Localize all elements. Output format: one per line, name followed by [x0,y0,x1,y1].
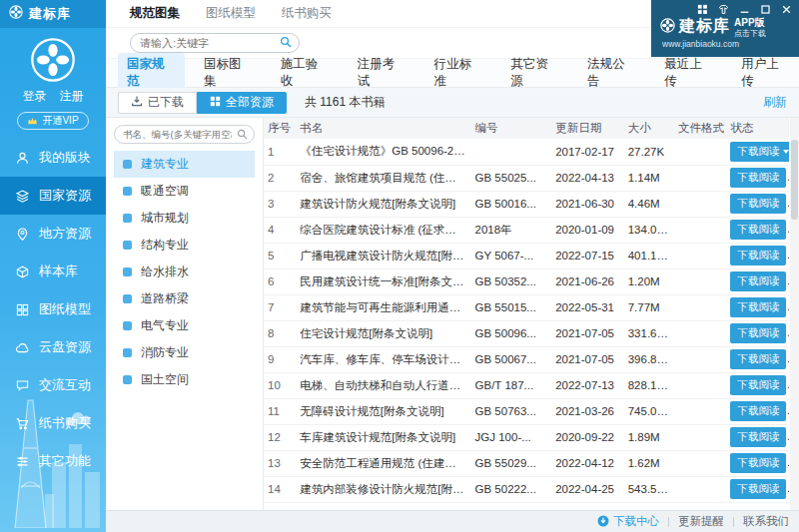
close-icon[interactable] [780,3,792,15]
promo-download-link[interactable]: 点击下载 [734,29,766,38]
skin-icon[interactable] [717,3,729,15]
download-read-button[interactable]: 下载阅读 [730,142,789,162]
status-cell: 下载阅读 [726,450,789,476]
download-read-button[interactable]: 下载阅读 [730,453,786,473]
login-link[interactable]: 登录 [23,88,47,105]
download-read-button[interactable]: 下载阅读 [730,246,786,266]
grid-icon [210,96,221,110]
download-read-button[interactable]: 下载阅读 [730,271,786,291]
filter-search-input[interactable] [121,128,234,141]
table-row[interactable]: 11无障碍设计规范[附条文说明]GB 50763...2021-03-26745… [264,398,789,424]
table-row[interactable]: 7建筑节能与可再生能源利用通用规范[附条文说明]GB 55015...2022-… [264,294,789,320]
category-fire-protection[interactable]: 消防专业 [114,339,255,366]
sidebar-item-local-resources[interactable]: 地方资源 [0,215,106,253]
nav-tab-national-atlas[interactable]: 国标图集 [195,53,262,93]
category-electrical[interactable]: 电气专业 [114,312,255,339]
category-land-space[interactable]: 国土空间 [114,366,255,393]
nav-tab-industry-standards[interactable]: 行业标准 [425,53,492,93]
table-row[interactable]: 3建筑设计防火规范[附条文说明]GB 50016...2021-06-304.4… [264,191,789,217]
table-row[interactable]: 10电梯、自动扶梯和自动人行道维修规范GB/T 187...2022-07-13… [264,372,789,398]
nav-tab-national-standards[interactable]: 国家规范 [118,53,185,93]
file-format [674,268,726,294]
promo-url: www.jianbiaoku.com [658,39,792,49]
category-water-supply[interactable]: 给水排水 [114,259,255,285]
downloaded-button[interactable]: 已下载 [118,92,197,114]
header-tab-standards-atlas[interactable]: 规范图集 [130,5,180,22]
filter-search-icon[interactable] [237,126,248,144]
keyword-search[interactable] [130,33,300,53]
download-read-label: 下载阅读 [737,456,779,470]
layers-icon [15,189,30,204]
sliders-icon [15,454,30,469]
contact-link[interactable]: 联系我们 [743,514,789,529]
download-read-button[interactable]: 下载阅读 [730,427,786,447]
table-row[interactable]: 6民用建筑设计统一标准[附条文说明]GB 50352...2021-06-261… [264,268,789,294]
nav-tab-user-uploads[interactable]: 用户上传 [732,53,799,93]
table-row[interactable]: 14建筑内部装修设计防火规范[附条文说明]GB 50222...2022-04-… [264,476,789,502]
sidebar-item-sample-library[interactable]: 样本库 [0,253,106,290]
table-row[interactable]: 12车库建筑设计规范[附条文说明]JGJ 100-...2020-09-221.… [264,424,789,450]
book-title: 车库建筑设计规范[附条文说明] [296,424,470,450]
status-cell: 下载阅读 [726,424,789,450]
nav-tab-regulations[interactable]: 法规公告 [578,53,645,93]
category-roads-bridges[interactable]: 道路桥梁 [114,285,255,312]
table-row[interactable]: 5广播电视建筑设计防火规范[附条文说明]GY 5067-...2022-07-1… [264,243,789,268]
download-read-button[interactable]: 下载阅读 [730,297,786,317]
category-label: 建筑专业 [141,156,189,173]
sidebar-item-cloud-resources[interactable]: 云盘资源 [0,328,106,366]
vip-button[interactable]: 开通VIP [17,112,88,130]
update-date: 2021-03-26 [551,398,624,424]
category-hvac[interactable]: 暖通空调 [114,178,255,205]
filter-search[interactable] [114,125,255,144]
table-row[interactable]: 8住宅设计规范[附条文说明]GB 50096...2021-07-05331.6… [264,320,789,346]
sidebar-item-my-sections[interactable]: 我的版块 [0,139,106,177]
minimize-icon[interactable] [738,3,750,15]
file-size: 27.27K [624,139,674,165]
promo-app-label: APP版 [734,17,766,29]
download-read-button[interactable]: 下载阅读 [730,220,786,240]
download-center-link[interactable]: 下载中心 [597,514,659,529]
sidebar-item-national-resources[interactable]: 国家资源 [0,177,106,215]
maximize-icon[interactable] [759,3,771,15]
nav-tab-recent-uploads[interactable]: 最近上传 [655,53,722,93]
category-urban-planning[interactable]: 城市规划 [114,205,255,232]
table-row[interactable]: 13安全防范工程通用规范 (住建部公开版)GB 55029...2022-04-… [264,450,789,476]
download-read-button[interactable]: 下载阅读 [730,323,786,343]
refresh-button[interactable]: 刷新 [763,94,787,111]
category-architecture[interactable]: 建筑专业 [114,151,255,178]
nav-tab-construction-acceptance[interactable]: 施工验收 [272,53,339,93]
file-format [674,346,726,372]
nav-tab-registration-exam[interactable]: 注册考试 [349,53,415,93]
download-read-button[interactable]: 下载阅读 [730,401,786,421]
table-row[interactable]: 9汽车库、修车库、停车场设计防火规范[附条文说明]GB 50067...2021… [264,346,789,372]
app-window: 建标库 登录 注册 开通VIP 我的版块国家资源地方资源样本库图纸模型云盘资源交… [0,0,799,532]
table-row[interactable]: 4综合医院建筑设计标准 (征求意见稿)2018年2020-01-09134.04… [264,217,789,243]
download-read-button[interactable]: 下载阅读 [730,375,786,395]
sidebar-item-paper-books[interactable]: 纸书购买 [0,404,106,442]
table-scrollbar[interactable] [790,118,799,510]
book-code: GY 5067-... [471,243,552,268]
header-tab-drawing-models[interactable]: 图纸模型 [206,5,256,22]
download-read-button[interactable]: 下载阅读 [730,349,786,369]
table-row[interactable]: 2宿舍、旅馆建筑项目规范 (住建部公开版)GB 55025...2022-04-… [264,165,789,191]
promo-brand: 建标库 [679,16,730,37]
header-tab-paper-books[interactable]: 纸书购买 [282,5,332,22]
sidebar-item-drawing-models[interactable]: 图纸模型 [0,290,106,328]
download-read-button[interactable]: 下载阅读 [730,479,786,499]
nav-tab-other-resources[interactable]: 其它资源 [501,53,568,93]
download-read-button[interactable]: 下载阅读 [730,168,786,188]
table-row[interactable]: 1《住宅设计规范》GB 50096-2011局部修订条文及说...2017-02… [264,139,789,165]
apps-icon[interactable] [696,3,708,15]
update-reminder-link[interactable]: 更新提醒 [678,514,724,529]
search-icon[interactable] [280,34,292,52]
sidebar-item-other-features[interactable]: 其它功能 [0,442,106,480]
all-resources-button[interactable]: 全部资源 [197,92,287,114]
download-read-button[interactable]: 下载阅读 [730,194,786,214]
sidebar-item-community[interactable]: 交流互动 [0,366,106,404]
scrollbar-thumb[interactable] [791,140,798,220]
file-format [674,398,726,424]
keyword-search-input[interactable] [138,36,276,50]
category-bullet-icon [123,294,132,303]
category-structure[interactable]: 结构专业 [114,232,255,259]
register-link[interactable]: 注册 [60,88,84,105]
